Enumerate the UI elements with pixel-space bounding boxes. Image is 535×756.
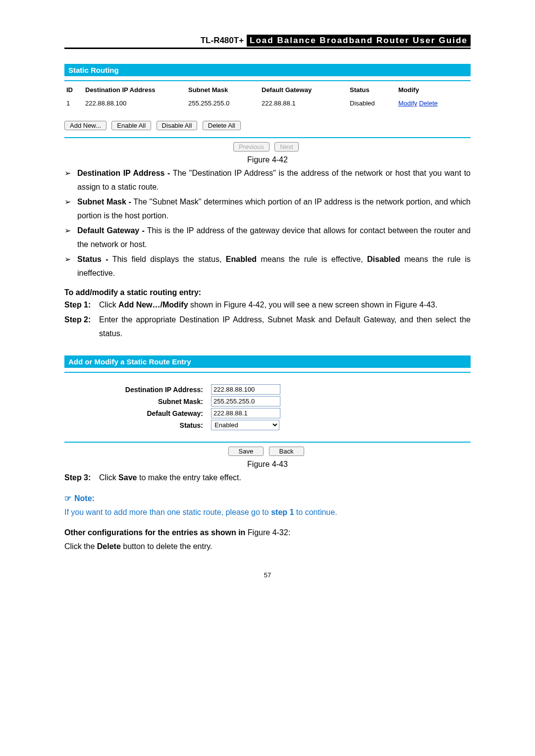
note-body: If you want to add more than one static … [64, 506, 471, 519]
page-number: 57 [64, 571, 471, 579]
cell-mask: 255.255.255.0 [186, 99, 260, 108]
panel-title: Static Routing [64, 64, 471, 76]
delete-link[interactable]: Delete [419, 100, 438, 107]
definitions-list: ➢ Destination IP Address - The "Destinat… [64, 166, 471, 280]
list-item: ➢ Subnet Mask - The "Subnet Mask" determ… [64, 195, 471, 223]
form-row-dest: Destination IP Address: [64, 384, 471, 395]
list-item: ➢ Destination IP Address - The "Destinat… [64, 166, 471, 194]
subnet-mask-input[interactable] [211, 396, 280, 406]
bullet-icon: ➢ [64, 252, 77, 280]
col-status: Status [348, 85, 396, 99]
figure-caption: Figure 4-42 [64, 155, 471, 164]
pointing-hand-icon: ☞ [64, 494, 71, 503]
col-id: ID [64, 85, 83, 99]
col-mask: Subnet Mask [186, 85, 260, 99]
term: Default Gateway - [77, 226, 145, 235]
other-config-line: Click the Delete button to delete the en… [64, 540, 471, 554]
static-routing-panel: Static Routing ID Destination IP Address… [64, 64, 471, 151]
pager: Previous Next [64, 142, 471, 151]
bullet-icon: ➢ [64, 195, 77, 223]
enable-all-button[interactable]: Enable All [111, 121, 151, 130]
list-item: ➢ Default Gateway - This is the IP addre… [64, 224, 471, 252]
divider [64, 137, 471, 138]
delete-all-button[interactable]: Delete All [203, 121, 241, 130]
other-config-heading: Other configurations for the entries as … [64, 526, 471, 540]
col-dest: Destination IP Address [83, 85, 186, 99]
add-new-button[interactable]: Add New... [64, 121, 107, 130]
button-row: Add New... Enable All Disable All Delete… [64, 121, 471, 130]
bullet-icon: ➢ [64, 166, 77, 194]
guide-title: Load Balance Broadband Router User Guide [247, 35, 471, 47]
model-label: TL-R480T+ [201, 36, 247, 46]
field-label: Default Gateway: [64, 409, 211, 417]
col-modify: Modify [396, 85, 471, 99]
form-row-mask: Subnet Mask: [64, 396, 471, 406]
divider [64, 80, 471, 81]
form-row-status: Status: Enabled [64, 420, 471, 430]
cell-dest: 222.88.88.100 [83, 99, 186, 108]
panel-title: Add or Modify a Static Route Entry [64, 355, 471, 368]
back-button[interactable]: Back [269, 447, 304, 456]
field-label: Subnet Mask: [64, 398, 211, 405]
step-2: Step 2: Enter the appropriate Destinatio… [64, 313, 471, 341]
field-label: Status: [64, 421, 211, 429]
term: Subnet Mask - [77, 198, 131, 206]
modify-link[interactable]: Modify [398, 100, 417, 107]
step-1: Step 1: Click Add New…/Modify shown in F… [64, 298, 471, 312]
add-modify-panel: Add or Modify a Static Route Entry Desti… [64, 355, 471, 456]
form-row-gw: Default Gateway: [64, 408, 471, 418]
note-heading: ☞Note: [64, 494, 471, 503]
figure-caption: Figure 4-43 [64, 460, 471, 469]
dest-ip-input[interactable] [211, 384, 280, 395]
divider [64, 372, 471, 373]
save-button[interactable]: Save [228, 447, 264, 456]
list-item: ➢ Status - This field displays the statu… [64, 252, 471, 280]
save-row: Save Back [64, 447, 471, 456]
field-label: Destination IP Address: [64, 386, 211, 394]
page-header: TL-R480T+ Load Balance Broadband Router … [64, 35, 471, 49]
table-header-row: ID Destination IP Address Subnet Mask De… [64, 85, 471, 99]
section-heading: To add/modify a static routing entry: [64, 288, 471, 297]
term: Status - [77, 255, 108, 263]
step-3: Step 3: Click Save to make the entry tak… [64, 471, 471, 485]
col-gw: Default Gateway [260, 85, 348, 99]
cell-id: 1 [64, 99, 83, 108]
cell-status: Disabled [348, 99, 396, 108]
gateway-input[interactable] [211, 408, 280, 418]
bullet-icon: ➢ [64, 224, 77, 252]
cell-gw: 222.88.88.1 [260, 99, 348, 108]
next-button[interactable]: Next [274, 142, 299, 151]
divider [64, 442, 471, 443]
previous-button[interactable]: Previous [233, 142, 269, 151]
table-row: 1 222.88.88.100 255.255.255.0 222.88.88.… [64, 99, 471, 108]
routing-table: ID Destination IP Address Subnet Mask De… [64, 85, 471, 108]
term: Destination IP Address - [77, 169, 170, 177]
status-select[interactable]: Enabled [211, 420, 279, 430]
disable-all-button[interactable]: Disable All [157, 121, 198, 130]
term-desc: The "Subnet Mask" determines which porti… [77, 198, 471, 220]
